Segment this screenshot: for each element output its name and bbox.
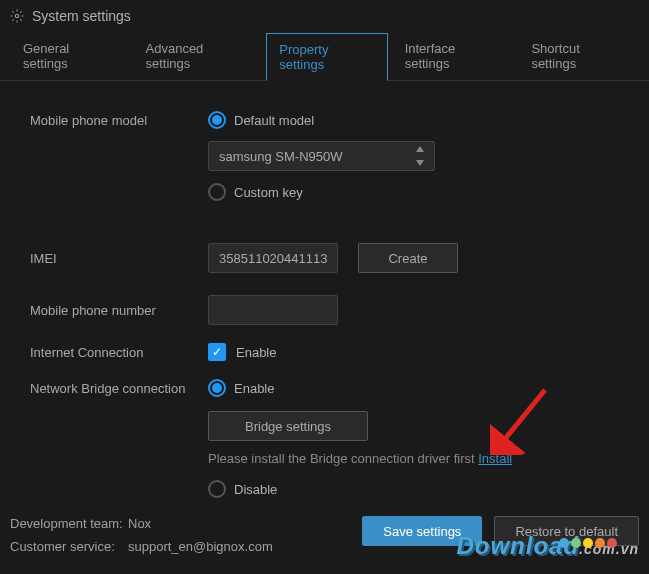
footer: Development team: Nox Customer service: …	[0, 504, 649, 574]
internet-enable-label: Enable	[236, 345, 276, 360]
footer-support-value: support_en@bignox.com	[128, 539, 273, 554]
imei-input[interactable]: 358511020441113	[208, 243, 338, 273]
radio-default-model[interactable]	[208, 111, 226, 129]
label-mobile-model: Mobile phone model	[30, 111, 208, 128]
tab-property[interactable]: Property settings	[266, 33, 387, 81]
footer-dev-value: Nox	[128, 516, 151, 531]
radio-bridge-disable-label: Disable	[234, 482, 277, 497]
content: Mobile phone model Default model samsung…	[0, 81, 649, 538]
bridge-settings-button[interactable]: Bridge settings	[208, 411, 368, 441]
tab-shortcut[interactable]: Shortcut settings	[518, 32, 639, 80]
radio-custom-key-label: Custom key	[234, 185, 303, 200]
chevron-updown-icon	[414, 146, 426, 166]
window-title: System settings	[32, 8, 131, 24]
radio-bridge-enable-label: Enable	[234, 381, 274, 396]
footer-dev-label: Development team:	[10, 516, 128, 531]
bridge-hint-text: Please install the Bridge connection dri…	[208, 451, 478, 466]
bridge-install-hint: Please install the Bridge connection dri…	[208, 451, 619, 466]
label-internet: Internet Connection	[30, 345, 208, 360]
phone-number-input[interactable]	[208, 295, 338, 325]
svg-point-0	[15, 14, 19, 18]
internet-enable-checkbox[interactable]	[208, 343, 226, 361]
gear-icon	[10, 9, 24, 23]
footer-support-label: Customer service:	[10, 539, 128, 554]
radio-custom-key[interactable]	[208, 183, 226, 201]
radio-default-model-label: Default model	[234, 113, 314, 128]
radio-bridge-disable[interactable]	[208, 480, 226, 498]
imei-value: 358511020441113	[219, 251, 327, 266]
tab-interface[interactable]: Interface settings	[392, 32, 515, 80]
save-button[interactable]: Save settings	[362, 516, 482, 546]
radio-bridge-enable[interactable]	[208, 379, 226, 397]
label-phone-number: Mobile phone number	[30, 303, 208, 318]
install-link[interactable]: Install	[478, 451, 512, 466]
model-select[interactable]: samsung SM-N950W	[208, 141, 435, 171]
create-button[interactable]: Create	[358, 243, 458, 273]
model-select-value: samsung SM-N950W	[219, 149, 343, 164]
tabs: General settings Advanced settings Prope…	[0, 32, 649, 81]
window-header: System settings	[0, 0, 649, 32]
label-bridge: Network Bridge connection	[30, 379, 208, 396]
label-imei: IMEI	[30, 251, 208, 266]
tab-general[interactable]: General settings	[10, 32, 129, 80]
watermark-dots	[559, 538, 617, 548]
tab-advanced[interactable]: Advanced settings	[133, 32, 263, 80]
